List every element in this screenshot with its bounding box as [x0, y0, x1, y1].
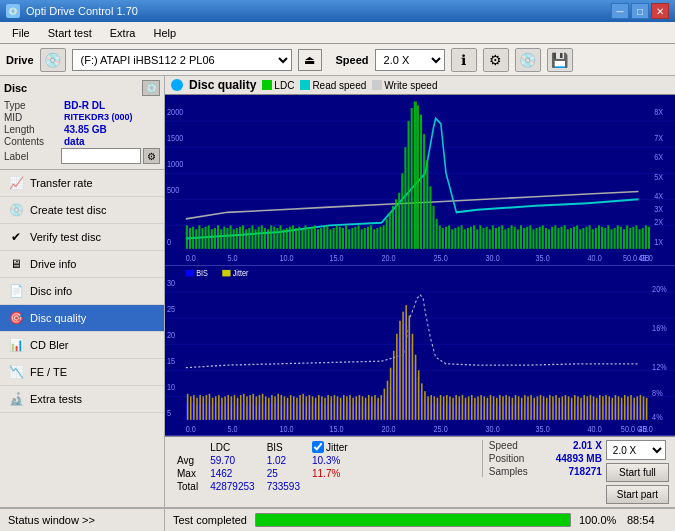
svg-rect-89: [370, 225, 372, 248]
settings-button[interactable]: ⚙: [483, 48, 509, 72]
svg-text:30.0: 30.0: [486, 423, 501, 433]
sidebar-item-create-test-disc[interactable]: 💿 Create test disc: [0, 197, 164, 224]
jitter-checkbox[interactable]: [312, 441, 324, 453]
sidebar-item-transfer-rate[interactable]: 📈 Transfer rate: [0, 170, 164, 197]
svg-rect-104: [417, 105, 419, 248]
label-gear-button[interactable]: ⚙: [143, 148, 160, 164]
svg-rect-66: [298, 227, 300, 249]
start-full-button[interactable]: Start full: [606, 463, 669, 482]
speed-dropdown[interactable]: 2.0 X 4.0 X MAX: [606, 440, 666, 460]
svg-rect-439: [437, 397, 439, 419]
svg-text:8X: 8X: [654, 107, 663, 117]
drive-icon[interactable]: 💿: [40, 48, 66, 72]
sidebar-item-disc-quality[interactable]: 🎯 Disc quality: [0, 305, 164, 332]
svg-rect-126: [486, 227, 488, 249]
titlebar-controls[interactable]: ─ □ ✕: [611, 3, 669, 19]
col-empty: [171, 440, 204, 454]
type-value: BD-R DL: [64, 100, 105, 111]
svg-rect-145: [545, 228, 547, 249]
elapsed-time: 88:54: [627, 514, 667, 526]
sidebar-item-fe-te[interactable]: 📉 FE / TE: [0, 359, 164, 386]
maximize-button[interactable]: □: [631, 3, 649, 19]
avg-bis: 1.02: [261, 454, 306, 467]
svg-rect-378: [246, 396, 248, 419]
svg-rect-172: [629, 228, 631, 249]
lower-chart: 30 25 20 15 10 5 20% 16% 12% 8% 4% 0.0: [165, 266, 675, 437]
svg-text:50.0 GB: 50.0 GB: [621, 423, 648, 433]
speed-select[interactable]: 2.0 X 4.0 X 6.0 X MAX: [375, 49, 445, 71]
svg-rect-84: [354, 227, 356, 249]
dq-header-icon: [171, 79, 183, 91]
write-speed-color: [372, 80, 382, 90]
svg-rect-111: [439, 225, 441, 248]
svg-text:35.0: 35.0: [536, 423, 551, 433]
svg-rect-375: [237, 397, 239, 419]
close-button[interactable]: ✕: [651, 3, 669, 19]
svg-rect-33: [195, 229, 197, 249]
svg-rect-164: [604, 228, 606, 249]
svg-rect-150: [561, 227, 563, 249]
svg-rect-463: [512, 397, 514, 419]
svg-rect-503: [636, 396, 638, 419]
contents-value: data: [64, 136, 85, 147]
svg-rect-367: [212, 397, 214, 419]
sidebar-item-cd-bler[interactable]: 📊 CD Bler: [0, 332, 164, 359]
save-button[interactable]: 💾: [547, 48, 573, 72]
svg-rect-401: [318, 395, 320, 420]
disc-panel-icon[interactable]: 💿: [142, 80, 160, 96]
svg-rect-466: [521, 397, 523, 419]
sidebar-item-drive-info[interactable]: 🖥 Drive info: [0, 251, 164, 278]
svg-rect-443: [449, 396, 451, 419]
svg-rect-62: [286, 228, 288, 249]
disc-label-input[interactable]: [61, 148, 141, 164]
svg-rect-144: [542, 225, 544, 248]
svg-rect-499: [624, 395, 626, 420]
svg-rect-92: [379, 227, 381, 249]
svg-text:6X: 6X: [654, 152, 663, 162]
svg-rect-465: [518, 396, 520, 419]
samples-label: Samples: [489, 466, 528, 477]
menu-help[interactable]: Help: [145, 25, 184, 41]
svg-rect-413: [355, 396, 357, 419]
disc-icon-button[interactable]: 💿: [515, 48, 541, 72]
svg-rect-366: [209, 393, 211, 419]
menu-extra[interactable]: Extra: [102, 25, 144, 41]
eject-button[interactable]: ⏏: [298, 49, 322, 71]
svg-rect-102: [411, 108, 413, 249]
svg-text:10.0: 10.0: [279, 253, 294, 263]
disc-info-icon: 📄: [8, 283, 24, 299]
sidebar-item-extra-tests[interactable]: 🔬 Extra tests: [0, 386, 164, 413]
status-window-button[interactable]: Status window >>: [0, 509, 165, 531]
mid-value: RITEKDR3 (000): [64, 112, 133, 123]
svg-rect-167: [614, 228, 616, 249]
svg-rect-60: [279, 225, 281, 248]
sidebar-item-disc-info[interactable]: 📄 Disc info: [0, 278, 164, 305]
svg-rect-484: [577, 396, 579, 419]
drive-select[interactable]: (F:) ATAPI iHBS112 2 PL06: [72, 49, 292, 71]
svg-rect-475: [549, 395, 551, 420]
sidebar-item-verify-test-disc[interactable]: ✔ Verify test disc: [0, 224, 164, 251]
menu-start-test[interactable]: Start test: [40, 25, 100, 41]
svg-rect-487: [587, 396, 589, 419]
svg-rect-480: [565, 395, 567, 420]
svg-rect-132: [504, 229, 506, 249]
svg-rect-474: [546, 397, 548, 419]
svg-rect-381: [256, 396, 258, 419]
svg-rect-395: [299, 395, 301, 420]
svg-rect-100: [404, 147, 406, 249]
svg-text:40.0: 40.0: [588, 423, 603, 433]
svg-rect-131: [501, 225, 503, 248]
stats-bar: LDC BIS Jitter Avg 59.70 1.02: [165, 436, 675, 507]
start-part-button[interactable]: Start part: [606, 485, 669, 504]
minimize-button[interactable]: ─: [611, 3, 629, 19]
menu-file[interactable]: File: [4, 25, 38, 41]
svg-text:3X: 3X: [654, 205, 663, 215]
svg-rect-59: [276, 228, 278, 249]
svg-rect-40: [217, 225, 219, 248]
info-button[interactable]: ℹ: [451, 48, 477, 72]
svg-rect-428: [402, 311, 404, 419]
svg-rect-141: [532, 229, 534, 249]
svg-rect-65: [295, 228, 297, 249]
svg-rect-147: [551, 227, 553, 249]
svg-text:5: 5: [167, 408, 171, 418]
